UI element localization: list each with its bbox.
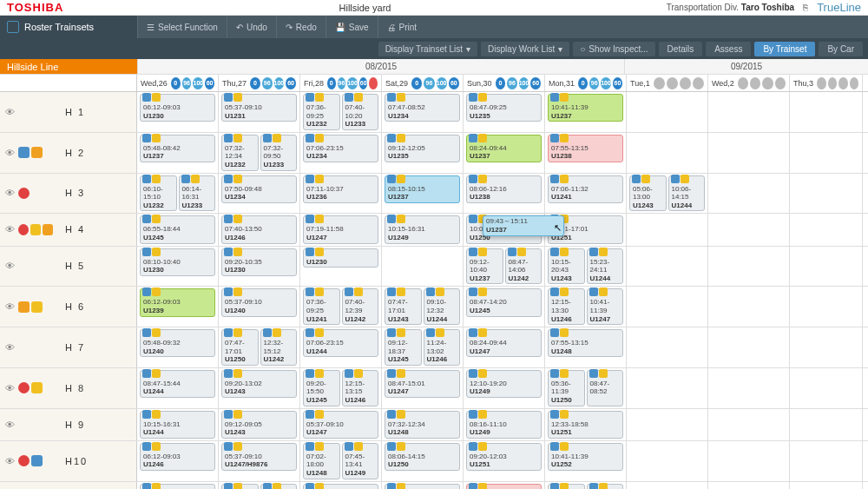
schedule-cell[interactable]: 08:06-14:15U125309:12-12:05: [545, 482, 627, 489]
by-car-button[interactable]: By Car: [819, 42, 863, 56]
schedule-cell[interactable]: [708, 133, 790, 173]
schedule-cell[interactable]: 05:48-09:32U1240: [137, 327, 219, 367]
work-block[interactable]: 07:40-13:50U1246: [221, 215, 297, 243]
visibility-icon[interactable]: 👁: [5, 420, 15, 430]
work-block[interactable]: 08:47-08:52: [587, 370, 624, 406]
work-block[interactable]: 07:47-08:52U1234: [385, 94, 460, 122]
schedule-cell[interactable]: 05:37-09:10U1231: [219, 92, 300, 132]
schedule-cell[interactable]: 07:47-17:01U124309:10-12:32U1244: [382, 287, 464, 327]
schedule-cell[interactable]: 05:37-09:10U1247: [300, 409, 382, 440]
work-block[interactable]: 09:12-18:37U1245: [385, 329, 422, 366]
schedule-cell[interactable]: 07:06-23:15U1244: [300, 327, 382, 367]
schedule-cell[interactable]: 10:41-11:39U1237: [545, 92, 627, 132]
work-block[interactable]: 06:12-09:03U1246: [140, 443, 215, 471]
schedule-cell[interactable]: [382, 247, 464, 287]
work-block[interactable]: 10:41-11:39U1252: [548, 443, 623, 471]
row-header[interactable]: 👁H 7: [0, 327, 137, 367]
schedule-cell[interactable]: [627, 368, 708, 408]
schedule-cell[interactable]: 09:12-10:40U123708:47-14:06U1242: [464, 247, 545, 287]
work-block[interactable]: 12:15-13:15U1246: [342, 370, 379, 406]
schedule-cell[interactable]: 12:15-13:30U124610:41-11:39U1247: [545, 287, 627, 327]
work-block[interactable]: 08:16-11:10U1249: [466, 411, 542, 439]
work-block[interactable]: 07:32-09:50U1233: [260, 135, 298, 171]
schedule-cell[interactable]: [708, 368, 790, 408]
work-block[interactable]: 08:47-09:25U1235: [466, 94, 542, 122]
work-block[interactable]: 09:20-12:03U1251: [466, 443, 542, 471]
schedule-cell[interactable]: 09:20-12:03U1251: [464, 441, 545, 481]
work-block[interactable]: 11:24-13:02U1246: [424, 329, 461, 366]
day-header-cell[interactable]: Sun,3009610060: [464, 75, 545, 91]
work-block[interactable]: 12:32-15:12U1242: [260, 329, 298, 366]
work-block[interactable]: 08:47-14:06U1242: [505, 248, 542, 285]
schedule-cell[interactable]: 08:24-09:44U1247: [464, 327, 545, 367]
work-block[interactable]: 05:48-09:32U1240: [140, 329, 215, 357]
day-header-cell[interactable]: Wed,2: [708, 75, 790, 91]
work-block[interactable]: 09:20-10:35U1230: [221, 248, 297, 276]
schedule-cell[interactable]: [708, 441, 790, 481]
row-header[interactable]: 👁H 1: [0, 92, 137, 132]
work-block[interactable]: 15:23-24:11U1244: [587, 248, 624, 285]
work-block[interactable]: 07:32-12:34U1232: [221, 135, 259, 171]
work-block[interactable]: 05:37-09:10U1247: [303, 411, 378, 439]
visibility-icon[interactable]: 👁: [5, 383, 15, 393]
work-block[interactable]: 07:11-10:37U1236: [303, 175, 378, 203]
schedule-cell[interactable]: [627, 133, 708, 173]
display-work-dropdown[interactable]: Display Work List ▾: [481, 42, 569, 56]
schedule-cell[interactable]: 09:20-15:50U124512:15-13:15U1246: [300, 368, 382, 408]
schedule-cell[interactable]: [627, 247, 708, 287]
schedule-cell[interactable]: 08:47-09:25U1235: [464, 92, 545, 132]
schedule-cell[interactable]: 07:50-09:48U1234: [219, 174, 300, 214]
schedule-cell[interactable]: [790, 133, 863, 173]
schedule-cell[interactable]: 12:10-19:20U1249: [464, 368, 545, 408]
schedule-cell[interactable]: [708, 287, 790, 327]
by-trainset-button[interactable]: By Trainset: [754, 42, 815, 56]
work-block[interactable]: 08:06-12:16U1238: [466, 175, 542, 203]
schedule-cell[interactable]: 08:47-15:44U1244: [137, 368, 219, 408]
work-block[interactable]: 07:06-23:15U1244: [303, 329, 378, 357]
visibility-icon[interactable]: 👁: [5, 261, 15, 271]
schedule-cell[interactable]: [627, 327, 708, 367]
schedule-cell[interactable]: 05:48-08:42U1248: [137, 482, 219, 489]
work-block[interactable]: 07:32-12:34U1248: [385, 411, 460, 439]
undo-button[interactable]: ↶Undo: [227, 16, 276, 38]
work-block[interactable]: 07:06-11:32U1241: [548, 175, 623, 203]
work-block[interactable]: 10:06-14:15U1244: [668, 175, 706, 212]
work-block[interactable]: 06:12-09:03U1239: [140, 288, 215, 316]
schedule-cell[interactable]: [790, 409, 863, 440]
row-header[interactable]: 👁H 5: [0, 247, 137, 287]
schedule-cell[interactable]: 08:06-12:16U1238: [464, 174, 545, 214]
work-block[interactable]: 05:48-08:42U1237: [140, 135, 215, 162]
schedule-cell[interactable]: [627, 214, 708, 245]
schedule-cell[interactable]: [790, 482, 863, 489]
schedule-cell[interactable]: [708, 482, 790, 489]
work-block[interactable]: 12:15-13:30U1246: [548, 288, 585, 325]
schedule-cell[interactable]: 06:55-18:44U1245: [137, 214, 219, 245]
schedule-cell[interactable]: [790, 174, 863, 214]
schedule-cell[interactable]: 10:15-16:31U1244: [137, 409, 219, 440]
schedule-cell[interactable]: [790, 287, 863, 327]
work-block[interactable]: 07:47-17:01U1250: [221, 329, 259, 366]
details-button[interactable]: Details: [659, 42, 703, 56]
schedule-cell[interactable]: 08:15-10:15U1237: [382, 174, 464, 214]
schedule-cell[interactable]: [708, 247, 790, 287]
work-block[interactable]: 09:12-10:40U1237: [466, 248, 503, 285]
schedule-cell[interactable]: 08:10-10:40U1230: [137, 247, 219, 287]
schedule-cell[interactable]: 06:12-09:03U1246: [137, 441, 219, 481]
work-block[interactable]: 06:10-15:10U1232: [140, 175, 177, 212]
print-button[interactable]: 🖨Print: [378, 16, 426, 38]
schedule-cell[interactable]: [708, 174, 790, 214]
schedule-cell[interactable]: 07:47-17:01U125012:32-15:12U1242: [219, 327, 300, 367]
schedule-cell[interactable]: 07:06-23:15U1234: [300, 133, 382, 173]
schedule-cell[interactable]: [627, 441, 708, 481]
work-block[interactable]: 07:36-09:25U1232: [303, 94, 340, 130]
work-block[interactable]: 12:33-18:58U1251: [548, 411, 623, 439]
schedule-cell[interactable]: 08:47-15:01U1247: [382, 368, 464, 408]
schedule-cell[interactable]: 09:20-10:35U1230: [219, 247, 300, 287]
work-block[interactable]: 07:47-17:01U1243: [385, 288, 422, 325]
visibility-icon[interactable]: 👁: [5, 107, 15, 117]
schedule-cell[interactable]: 09:12-18:37U124511:24-13:02U1246: [382, 327, 464, 367]
schedule-cell[interactable]: 08:47-08:52U124910:15-16:31U1250: [219, 482, 300, 489]
schedule-cell[interactable]: 05:36-11:39U125008:47-08:52: [545, 368, 627, 408]
work-block[interactable]: 05:37-09:10U1247/H9876: [221, 443, 297, 471]
work-block[interactable]: 05:37-09:10U1231: [221, 94, 297, 122]
